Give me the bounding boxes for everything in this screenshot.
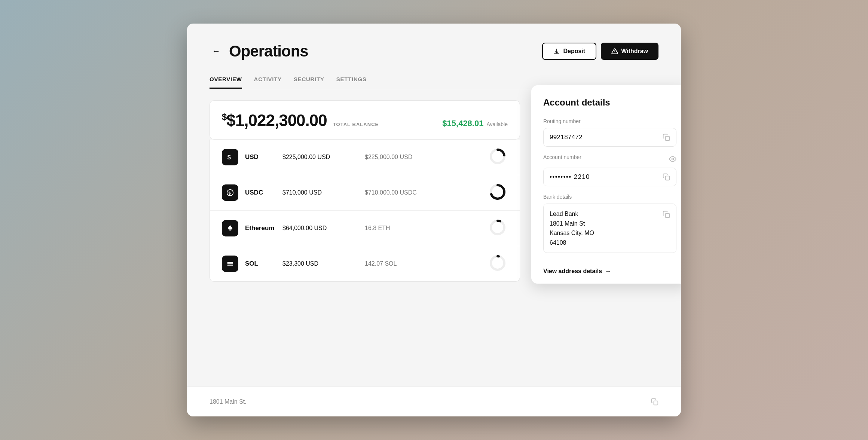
bank-details-section: Bank details Lead Bank1801 Main StKansas… <box>543 194 676 253</box>
page-title: Operations <box>229 42 308 60</box>
asset-name-eth: Ethereum <box>245 224 282 232</box>
asset-row-usdc[interactable]: $ USDC $710,000 USD $710,000.00 USDC <box>210 175 520 211</box>
asset-usd-sol: $23,300 USD <box>282 260 365 267</box>
withdraw-button[interactable]: Withdraw <box>601 43 658 60</box>
asset-name-usdc: USDC <box>245 189 282 196</box>
asset-usd-usd: $225,000.00 USD <box>282 154 365 161</box>
asset-chart-usd <box>489 148 508 166</box>
account-number-value: •••••••• 2210 <box>550 173 590 181</box>
asset-token-usd: $225,000.00 USD <box>365 154 447 161</box>
total-balance-amount: $$1,022,300.00 <box>222 111 327 130</box>
tab-settings[interactable]: SETTINGS <box>336 71 367 89</box>
tab-security[interactable]: SECURITY <box>294 71 324 89</box>
asset-row-sol[interactable]: SOL $23,300 USD 142.07 SOL <box>210 246 520 281</box>
svg-point-19 <box>672 158 674 160</box>
available-amount: $15,428.01 <box>442 119 483 128</box>
asset-chart-eth <box>489 219 508 238</box>
bottom-strip: 1801 Main St. <box>187 386 681 416</box>
asset-list: $ USD $225,000.00 USD $225,000.00 USD <box>210 140 520 282</box>
download-icon <box>553 48 560 55</box>
eth-icon <box>222 220 238 236</box>
account-number-field: •••••••• 2210 <box>543 168 676 186</box>
panel-title: Account details <box>543 97 676 108</box>
account-number-label: Account number <box>543 154 581 160</box>
routing-copy-icon[interactable] <box>663 134 670 141</box>
back-button[interactable]: ← <box>210 45 223 58</box>
svg-point-16 <box>491 256 504 270</box>
dollar-sign-icon: $ <box>226 153 234 161</box>
account-number-section: Account number •••••••• 2210 <box>543 154 676 186</box>
bank-address: Lead Bank1801 Main StKansas City, MO6410… <box>550 209 594 247</box>
eth-diamond-icon <box>226 224 234 232</box>
asset-usd-eth: $64,000.00 USD <box>282 225 365 232</box>
asset-row-usd[interactable]: $ USD $225,000.00 USD $225,000.00 USD <box>210 140 520 175</box>
svg-rect-21 <box>666 214 670 218</box>
usdc-sign-icon: $ <box>226 189 234 197</box>
view-address-link[interactable]: View address details → <box>543 260 676 275</box>
bottom-address-text: 1801 Main St. <box>210 398 247 405</box>
account-visibility-icon[interactable] <box>669 155 676 163</box>
svg-point-11 <box>491 221 504 234</box>
bottom-copy-icon[interactable] <box>651 398 658 406</box>
total-balance-label: TOTAL BALANCE <box>333 122 379 127</box>
usdc-icon: $ <box>222 184 238 201</box>
asset-usd-usdc: $710,000 USD <box>282 189 365 196</box>
asset-chart-usdc <box>489 183 508 202</box>
routing-label: Routing number <box>543 118 676 124</box>
svg-rect-20 <box>666 176 670 180</box>
asset-token-sol: 142.07 SOL <box>365 260 447 267</box>
routing-section: Routing number 992187472 <box>543 118 676 147</box>
tab-activity[interactable]: ACTIVITY <box>254 71 282 89</box>
svg-rect-18 <box>666 137 670 141</box>
svg-text:$: $ <box>228 191 230 195</box>
asset-token-eth: 16.8 ETH <box>365 225 447 232</box>
routing-value: 992187472 <box>550 134 583 141</box>
bank-details-field: Lead Bank1801 Main StKansas City, MO6410… <box>543 204 676 253</box>
routing-field: 992187472 <box>543 128 676 147</box>
asset-name-sol: SOL <box>245 260 282 268</box>
asset-chart-sol <box>489 254 508 273</box>
balance-card: $$1,022,300.00 TOTAL BALANCE $15,428.01 … <box>210 100 520 140</box>
sol-icon <box>222 256 238 272</box>
svg-rect-22 <box>654 401 658 405</box>
asset-token-usdc: $710,000.00 USDC <box>365 189 447 196</box>
bank-copy-icon[interactable] <box>663 211 670 218</box>
usd-icon: $ <box>222 149 238 165</box>
asset-row-eth[interactable]: Ethereum $64,000.00 USD 16.8 ETH <box>210 211 520 246</box>
asset-name-usd: USD <box>245 153 282 161</box>
account-details-panel: Account details Routing number 992187472… <box>531 85 681 284</box>
account-copy-icon[interactable] <box>663 173 670 181</box>
header-actions: Deposit Withdraw <box>542 43 658 60</box>
tab-overview[interactable]: OVERVIEW <box>210 71 242 89</box>
page-header: ← Operations Deposit Withd <box>210 42 658 60</box>
sol-lines-icon <box>226 260 234 268</box>
available-label: Available <box>486 121 508 127</box>
svg-text:$: $ <box>227 154 231 161</box>
warning-icon <box>611 48 618 55</box>
deposit-button[interactable]: Deposit <box>542 43 596 60</box>
bank-details-label: Bank details <box>543 194 676 200</box>
